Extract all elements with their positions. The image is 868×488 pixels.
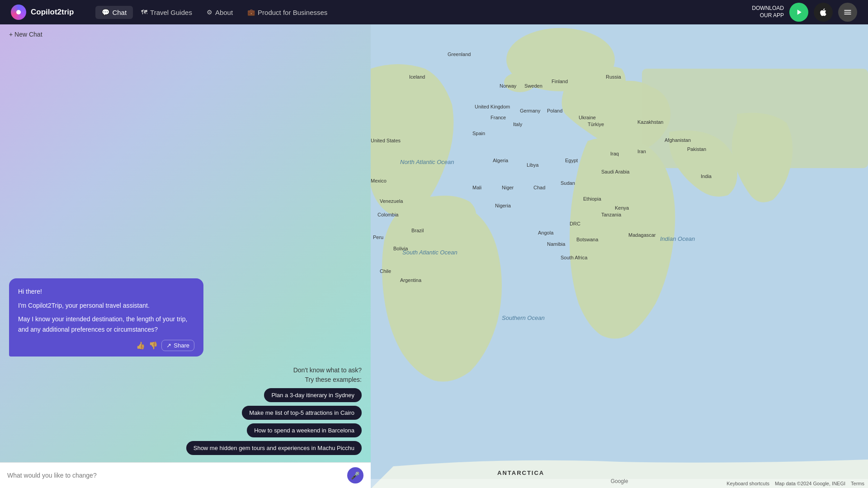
logo-text: Copilot2trip [31,8,74,17]
thumbs-down-button[interactable]: 👎 [149,341,158,350]
nav-about[interactable]: ⚙ About [200,6,239,19]
chat-input-area: 🎤 [0,462,371,488]
suggestion-sydney[interactable]: Plan a 3-day itinerary in Sydney [264,388,362,402]
chat-input[interactable] [7,472,344,479]
keyboard-shortcuts-label[interactable]: Keyboard shortcuts [726,481,769,486]
terms-label[interactable]: Terms [851,481,864,486]
assistant-greeting: Hi there! [18,286,194,296]
share-icon: ↗ [166,342,171,349]
nav-chat[interactable]: 💬 Chat [95,6,133,19]
new-chat-label: + New Chat [9,31,42,38]
assistant-intro: I'm Copilot2Trip, your personal travel a… [18,300,194,310]
chat-messages: Hi there! I'm Copilot2Trip, your persona… [0,24,371,366]
gear-icon: ⚙ [207,9,212,16]
nav-travel-guides[interactable]: 🗺 Travel Guides [135,6,198,19]
thumbs-up-button[interactable]: 👍 [136,341,145,350]
apple-store-button[interactable] [814,3,833,22]
map-icon: 🗺 [141,9,147,16]
dont-know-text: Don't know what to ask? Try these exampl… [293,366,362,385]
briefcase-icon: 💼 [247,9,255,16]
nav-chat-label: Chat [112,9,127,16]
map-data-label: Map data ©2024 Google, INEGI [775,481,845,486]
main-layout: + New Chat Hi there! I'm Copilot2Trip, y… [0,0,868,488]
nav-about-label: About [215,9,233,16]
map-panel[interactable]: Greenland Iceland Norway Sweden Finland … [371,24,868,488]
nav-business-label: Product for Businesses [258,9,327,16]
logo-icon [11,5,26,20]
microphone-button[interactable]: 🎤 [347,467,363,483]
svg-point-2 [504,72,536,92]
google-play-button[interactable] [789,3,808,22]
suggestion-cairo[interactable]: Make me list of top-5 attractions in Cai… [242,406,362,420]
new-chat-button[interactable]: + New Chat [9,31,42,38]
chat-icon: 💬 [102,9,109,16]
share-button[interactable]: ↗ Share [161,340,194,351]
suggestion-machu-picchu[interactable]: Show me hidden gem tours and experiences… [186,441,362,455]
assistant-message-bubble: Hi there! I'm Copilot2Trip, your persona… [9,278,203,357]
share-label: Share [174,342,189,349]
bubble-actions: 👍 👎 ↗ Share [18,340,194,351]
menu-button[interactable] [838,3,857,22]
suggestions-area: Don't know what to ask? Try these exampl… [0,366,371,462]
nav-items: 💬 Chat 🗺 Travel Guides ⚙ About 💼 Product… [95,6,737,19]
google-watermark: Google [611,478,628,484]
navbar: Copilot2trip 💬 Chat 🗺 Travel Guides ⚙ Ab… [0,0,868,24]
world-map-svg [371,24,868,488]
assistant-question: May I know your intended destination, th… [18,314,194,334]
mic-icon: 🎤 [351,471,360,480]
chat-panel: + New Chat Hi there! I'm Copilot2Trip, y… [0,24,371,488]
download-app-text: DOWNLOAD OUR APP [752,5,784,19]
suggestion-barcelona[interactable]: How to spend a weekend in Barcelona [247,423,362,437]
logo-area[interactable]: Copilot2trip [11,5,74,20]
nav-business[interactable]: 💼 Product for Businesses [241,6,334,19]
nav-right: DOWNLOAD OUR APP [752,3,857,22]
nav-travel-guides-label: Travel Guides [150,9,192,16]
